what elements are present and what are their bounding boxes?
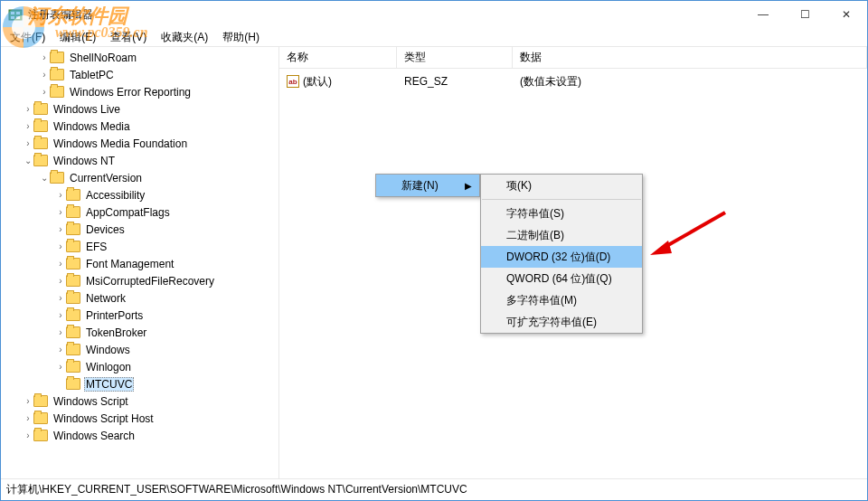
tree-item[interactable]: ›Windows Live bbox=[3, 100, 278, 118]
tree-item[interactable]: ›Font Management bbox=[3, 255, 278, 272]
tree-item-label: EFS bbox=[84, 241, 108, 253]
tree-item[interactable]: ›EFS bbox=[3, 238, 278, 255]
tree-expander-icon[interactable]: › bbox=[55, 276, 66, 286]
tree-expander-icon[interactable]: › bbox=[23, 430, 33, 440]
tree-item[interactable]: ›TabletPC bbox=[3, 66, 278, 83]
tree-item[interactable]: ›AppCompatFlags bbox=[3, 203, 278, 221]
folder-icon bbox=[66, 361, 80, 373]
tree-expander-icon[interactable]: › bbox=[23, 121, 33, 131]
tree-item[interactable]: MTCUVC bbox=[3, 375, 278, 392]
tree-expander-icon[interactable]: › bbox=[55, 224, 66, 234]
tree-item[interactable]: ⌄CurrentVersion bbox=[3, 169, 278, 186]
ctx-key[interactable]: 项(K) bbox=[481, 175, 642, 196]
tree-item[interactable]: ⌄Windows NT bbox=[3, 152, 278, 169]
tree-expander-icon[interactable]: ⌄ bbox=[39, 173, 50, 183]
list-row[interactable]: ab (默认) REG_SZ (数值未设置) bbox=[279, 72, 867, 90]
ctx-dword[interactable]: DWORD (32 位)值(D) bbox=[481, 246, 642, 268]
tree-item[interactable]: ›Accessibility bbox=[3, 186, 278, 203]
context-submenu: 项(K) 字符串值(S) 二进制值(B) DWORD (32 位)值(D) QW… bbox=[480, 174, 643, 334]
ctx-string[interactable]: 字符串值(S) bbox=[481, 203, 642, 224]
submenu-arrow-icon: ▶ bbox=[465, 181, 472, 191]
folder-icon bbox=[33, 430, 48, 441]
col-data[interactable]: 数据 bbox=[513, 47, 867, 68]
tree-expander-icon[interactable]: › bbox=[55, 362, 66, 372]
tree-item[interactable]: ›Network bbox=[3, 289, 278, 307]
tree-item[interactable]: ›TokenBroker bbox=[3, 324, 278, 341]
tree-item[interactable]: ›Devices bbox=[3, 221, 278, 238]
minimize-button[interactable]: — bbox=[742, 1, 784, 28]
tree-expander-icon[interactable]: › bbox=[55, 310, 66, 320]
window-title: 注册表编辑器 bbox=[28, 7, 93, 23]
tree-expander-icon[interactable]: › bbox=[23, 396, 33, 406]
tree-expander-icon[interactable]: › bbox=[55, 241, 66, 251]
tree-item[interactable]: ›Windows Search bbox=[3, 427, 278, 444]
tree-item[interactable]: ›Windows Media bbox=[3, 118, 278, 135]
titlebar: 注册表编辑器 — ☐ ✕ bbox=[1, 1, 867, 28]
tree-item-label: Accessibility bbox=[84, 189, 146, 202]
menu-edit[interactable]: 编辑(E) bbox=[54, 28, 101, 47]
tree-pane[interactable]: ›ShellNoRoam›TabletPC›Windows Error Repo… bbox=[1, 47, 279, 478]
col-name[interactable]: 名称 bbox=[279, 47, 397, 68]
tree-item-label: AppCompatFlags bbox=[84, 206, 172, 219]
tree-item[interactable]: ›Windows bbox=[3, 341, 278, 358]
tree-item[interactable]: ›Windows Media Foundation bbox=[3, 135, 278, 152]
ctx-multistring[interactable]: 多字符串值(M) bbox=[481, 289, 642, 311]
folder-icon bbox=[66, 223, 80, 235]
tree-item[interactable]: ›ShellNoRoam bbox=[3, 49, 278, 66]
ctx-binary[interactable]: 二进制值(B) bbox=[481, 224, 642, 246]
folder-icon bbox=[33, 137, 48, 149]
ctx-expandstring[interactable]: 可扩充字符串值(E) bbox=[481, 311, 642, 333]
tree-expander-icon[interactable]: › bbox=[55, 190, 66, 200]
menu-favorites[interactable]: 收藏夹(A) bbox=[156, 28, 213, 47]
tree-item-label: Windows Live bbox=[52, 103, 122, 116]
tree-item-label: Network bbox=[84, 292, 127, 305]
folder-icon bbox=[66, 292, 80, 304]
tree-item[interactable]: ›PrinterPorts bbox=[3, 307, 278, 324]
tree-item[interactable]: ›Windows Script bbox=[3, 392, 278, 410]
regedit-icon bbox=[8, 7, 23, 22]
tree-item[interactable]: ›Windows Error Reporting bbox=[3, 83, 278, 100]
tree-expander-icon[interactable]: › bbox=[39, 87, 50, 97]
svg-line-5 bbox=[662, 213, 725, 249]
col-type[interactable]: 类型 bbox=[397, 47, 513, 68]
tree-item[interactable]: ›Winlogon bbox=[3, 358, 278, 375]
statusbar: 计算机\HKEY_CURRENT_USER\SOFTWARE\Microsoft… bbox=[1, 478, 867, 500]
tree-expander-icon[interactable]: › bbox=[39, 70, 50, 80]
ctx-new[interactable]: 新建(N) ▶ bbox=[376, 175, 479, 196]
ctx-separator bbox=[482, 199, 641, 200]
tree-expander-icon[interactable]: ⌄ bbox=[23, 156, 33, 165]
close-button[interactable]: ✕ bbox=[826, 1, 867, 28]
menu-view[interactable]: 查看(V) bbox=[105, 28, 152, 47]
tree-expander-icon[interactable]: › bbox=[23, 104, 33, 114]
tree-expander-icon[interactable]: › bbox=[39, 52, 50, 62]
menu-file[interactable]: 文件(F) bbox=[5, 28, 51, 47]
folder-icon bbox=[66, 258, 80, 269]
context-menu-1: 新建(N) ▶ bbox=[375, 174, 480, 197]
folder-icon bbox=[50, 172, 64, 184]
tree-item[interactable]: ›Windows Script Host bbox=[3, 410, 278, 427]
tree-expander-icon[interactable]: › bbox=[23, 413, 33, 423]
svg-rect-4 bbox=[16, 16, 20, 19]
tree-item[interactable]: ›MsiCorruptedFileRecovery bbox=[3, 272, 278, 289]
tree-expander-icon[interactable]: › bbox=[55, 293, 66, 303]
tree-item-label: CurrentVersion bbox=[68, 172, 144, 184]
tree-item-label: Windows Media bbox=[52, 120, 132, 133]
ctx-new-label: 新建(N) bbox=[401, 178, 439, 194]
cell-name: ab (默认) bbox=[279, 74, 397, 90]
tree-expander-icon[interactable]: › bbox=[55, 259, 66, 269]
tree-item-label: PrinterPorts bbox=[84, 309, 145, 322]
tree-expander-icon[interactable]: › bbox=[23, 138, 33, 148]
tree-expander-icon[interactable]: › bbox=[55, 207, 66, 217]
tree-expander-icon[interactable]: › bbox=[55, 327, 66, 337]
maximize-button[interactable]: ☐ bbox=[784, 1, 826, 28]
tree-item-label: TokenBroker bbox=[84, 326, 148, 339]
tree-item-label: Windows Error Reporting bbox=[68, 86, 193, 99]
list-pane[interactable]: 名称 类型 数据 ab (默认) REG_SZ (数值未设置) 新建(N) ▶ … bbox=[279, 47, 867, 478]
svg-marker-6 bbox=[650, 241, 672, 255]
folder-icon bbox=[50, 52, 64, 63]
tree-item-label: ShellNoRoam bbox=[68, 52, 138, 64]
menu-help[interactable]: 帮助(H) bbox=[217, 28, 265, 47]
ctx-qword[interactable]: QWORD (64 位)值(Q) bbox=[481, 268, 642, 289]
tree-item-label: Windows NT bbox=[52, 155, 117, 167]
tree-expander-icon[interactable]: › bbox=[55, 345, 66, 354]
